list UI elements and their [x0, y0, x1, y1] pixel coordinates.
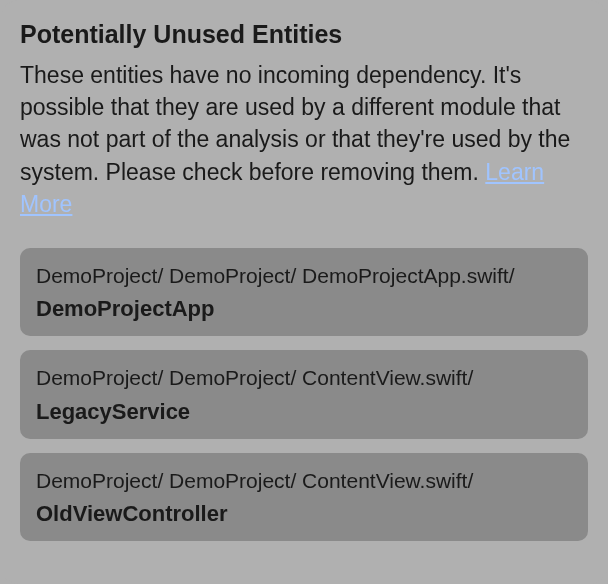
entity-card[interactable]: DemoProject/ DemoProject/ ContentView.sw…: [20, 453, 588, 541]
entity-name: DemoProjectApp: [36, 296, 572, 322]
entity-name: LegacyService: [36, 399, 572, 425]
unused-entities-panel: Potentially Unused Entities These entiti…: [0, 0, 608, 584]
entity-path: DemoProject/ DemoProject/ ContentView.sw…: [36, 364, 572, 392]
entity-path: DemoProject/ DemoProject/ ContentView.sw…: [36, 467, 572, 495]
entity-path: DemoProject/ DemoProject/ DemoProjectApp…: [36, 262, 572, 290]
entity-name: OldViewController: [36, 501, 572, 527]
entity-card[interactable]: DemoProject/ DemoProject/ ContentView.sw…: [20, 350, 588, 438]
entity-list: DemoProject/ DemoProject/ DemoProjectApp…: [20, 248, 588, 541]
panel-title: Potentially Unused Entities: [20, 20, 588, 49]
panel-description: These entities have no incoming dependen…: [20, 59, 588, 220]
entity-card[interactable]: DemoProject/ DemoProject/ DemoProjectApp…: [20, 248, 588, 336]
